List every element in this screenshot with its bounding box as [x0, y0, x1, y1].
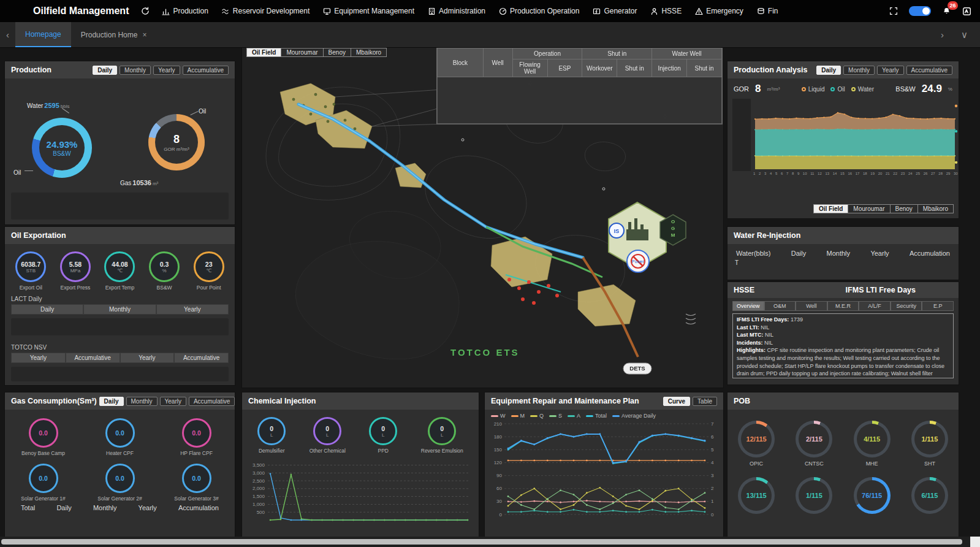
equipment-plan-legend: WMQSATotalAverage Daily: [485, 410, 723, 419]
production-period-accumulative[interactable]: Accumulative: [183, 66, 229, 75]
hsse-tab-well[interactable]: Well: [796, 301, 827, 311]
horizontal-scrollbar-thumb[interactable]: [1, 539, 962, 545]
totco-label: TOTCO NSV: [5, 339, 235, 353]
legend-item-total[interactable]: Total: [586, 413, 607, 419]
well-status-table: Block Well Operation Shut in Water Well …: [437, 48, 722, 124]
hsse-tab-a-l-f[interactable]: A/L/F: [859, 301, 891, 311]
equipment-view-table[interactable]: Table: [693, 397, 717, 406]
gas-footer-total[interactable]: Total: [21, 504, 35, 511]
notification-bell-icon[interactable]: 26: [942, 7, 951, 16]
totco-empty: [11, 367, 229, 381]
legend-oil[interactable]: Oil: [830, 86, 845, 93]
totco-tab-accumulative[interactable]: Accumulative: [174, 353, 229, 363]
pob-ring: 1/115: [796, 477, 832, 514]
refresh-icon[interactable]: [141, 7, 150, 15]
gauge-ring: 0.3 %: [149, 251, 180, 282]
gas-period-accumulative[interactable]: Accumulative: [189, 397, 235, 406]
lact-tab-monthly[interactable]: Monthly: [83, 304, 156, 315]
legend-water[interactable]: Water: [851, 86, 874, 93]
production-period-daily[interactable]: Daily: [93, 66, 117, 75]
pa-field-mbaikoro[interactable]: Mbaikoro: [917, 204, 954, 213]
pa-field-benoy[interactable]: Benoy: [890, 204, 918, 213]
gas-footer-yearly[interactable]: Yearly: [139, 504, 157, 511]
svg-text:5: 5: [711, 447, 714, 453]
totco-tab-accumulative[interactable]: Accumulative: [66, 353, 120, 363]
hsse-tab-e-p[interactable]: E.P: [922, 301, 954, 311]
gor-label: GOR m³/m³: [164, 147, 189, 152]
lact-tab-daily[interactable]: Daily: [11, 304, 83, 315]
nav-reservoir-development[interactable]: Reservoir Development: [222, 7, 310, 15]
legend-item-a[interactable]: A: [568, 413, 580, 419]
panel-water-reinjection: Water Re-Injection Water(bbls)DailyMonth…: [727, 227, 959, 280]
tab-production-home[interactable]: Production Home ×: [71, 22, 157, 47]
hsse-tab-security[interactable]: Security: [891, 301, 922, 311]
nav-hsse[interactable]: HSSE: [650, 7, 682, 15]
svg-text:2,000: 2,000: [253, 486, 265, 491]
nav-emergency[interactable]: Emergency: [695, 7, 743, 15]
water-tab-monthly[interactable]: Monthly: [827, 250, 851, 257]
legend-item-m[interactable]: M: [511, 413, 525, 419]
totco-tab-yearly[interactable]: Yearly: [120, 353, 175, 363]
chemical-gauge-2: 0 L PPD: [369, 417, 397, 454]
map-field-mbaikoro[interactable]: Mbaikoro: [351, 48, 387, 57]
production-period-monthly[interactable]: Monthly: [120, 66, 151, 75]
gas-footer-daily[interactable]: Daily: [56, 504, 71, 511]
nav-production[interactable]: Production: [162, 7, 208, 15]
water-tab-water-bbls-[interactable]: Water(bbls): [736, 250, 770, 257]
nav-administration[interactable]: Administration: [428, 7, 485, 15]
legend-item-w[interactable]: W: [491, 413, 506, 419]
gas-period-yearly[interactable]: Yearly: [160, 397, 186, 406]
panel-production-analysis: Production Analysis DailyMonthlyYearlyAc…: [727, 61, 959, 218]
generator-icon: [593, 7, 601, 15]
hsse-tab-o-m[interactable]: O&M: [764, 301, 796, 311]
water-tab-yearly[interactable]: Yearly: [870, 250, 889, 257]
tab-homepage[interactable]: Homepage: [15, 22, 71, 47]
chemical-injection-plot: 3,5003,0002,5002,0001,5001,000500: [247, 459, 474, 527]
col-group-shut-in: Shut in: [582, 48, 652, 59]
tabs-scroll-right-icon[interactable]: ›: [935, 29, 950, 40]
pa-field-mouroumar[interactable]: Mouroumar: [848, 204, 890, 213]
water-tab-daily[interactable]: Daily: [791, 250, 806, 257]
nav-production-operation[interactable]: Production Operation: [499, 7, 579, 15]
gas-period-monthly[interactable]: Monthly: [126, 397, 158, 406]
nav-generator[interactable]: Generator: [593, 7, 637, 15]
gas-gauge-1: 0.0 Heater CPF: [82, 418, 158, 456]
svg-text:60: 60: [496, 486, 502, 491]
gauge-ring: 0 L: [369, 417, 397, 445]
gas-footer-monthly[interactable]: Monthly: [93, 504, 117, 511]
pa-period-yearly[interactable]: Yearly: [877, 66, 903, 75]
tabs-scroll-left-icon[interactable]: ‹: [0, 29, 15, 40]
power-label: Power: [632, 259, 645, 264]
hsse-tab-overview[interactable]: Overview: [732, 301, 764, 311]
gas-period-daily[interactable]: Daily: [99, 397, 124, 406]
pa-field-oil-field[interactable]: Oil Field: [813, 204, 848, 213]
close-tab-icon[interactable]: ×: [142, 31, 146, 39]
lact-tab-yearly[interactable]: Yearly: [156, 304, 229, 315]
fullscreen-icon[interactable]: [889, 7, 898, 15]
svg-text:3,500: 3,500: [253, 462, 265, 468]
theme-toggle[interactable]: [909, 6, 931, 16]
gas-footer-accumulation[interactable]: Accumulation: [178, 504, 219, 511]
map-field-oil-field[interactable]: Oil Field: [246, 48, 281, 57]
pa-period-monthly[interactable]: Monthly: [843, 66, 875, 75]
totco-tab-yearly[interactable]: Yearly: [11, 353, 66, 363]
nav-equipment-management[interactable]: Equipment Management: [323, 7, 414, 15]
tabs-menu-icon[interactable]: ∨: [955, 29, 974, 40]
production-period-yearly[interactable]: Yearly: [153, 66, 180, 75]
map-field-benoy[interactable]: Benoy: [323, 48, 351, 57]
water-tab-accumulation[interactable]: Accumulation: [910, 250, 950, 257]
nav-fin[interactable]: Fin: [757, 7, 778, 15]
equipment-view-curve[interactable]: Curve: [663, 397, 690, 406]
legend-item-q[interactable]: Q: [530, 413, 544, 419]
oilfield-map[interactable]: IS OGM Power TOTCO ETS DETS Oil FieldM: [242, 48, 723, 388]
language-icon[interactable]: [962, 7, 971, 16]
pob-ring: 6/115: [911, 477, 948, 514]
pa-period-accumulative[interactable]: Accumulative: [906, 66, 952, 75]
legend-liquid[interactable]: Liquid: [802, 86, 825, 93]
legend-item-s[interactable]: S: [549, 413, 562, 419]
map-field-mouroumar[interactable]: Mouroumar: [281, 48, 323, 57]
legend-item-average-daily[interactable]: Average Daily: [612, 413, 656, 419]
hsse-tab-m-e-r[interactable]: M.E.R: [827, 301, 859, 311]
pa-period-daily[interactable]: Daily: [816, 66, 841, 75]
production-icon: [162, 7, 170, 15]
